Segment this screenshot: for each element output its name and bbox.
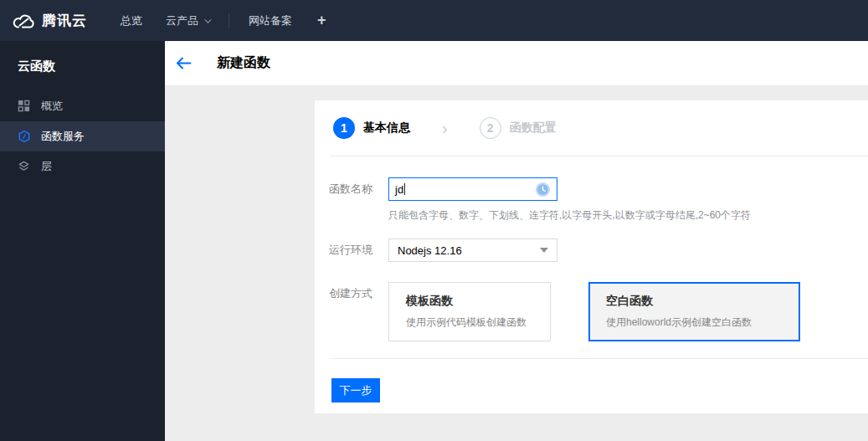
runtime-row: 运行环境 Nodejs 12.16: [329, 238, 868, 262]
sidebar-item-overview[interactable]: 概览: [0, 91, 165, 121]
method-card-desc: 使用helloworld示例创建空白函数: [606, 315, 799, 330]
sidebar-item-label: 层: [41, 159, 52, 174]
runtime-value: Nodejs 12.16: [398, 244, 462, 257]
scf-hexagon-icon: [18, 130, 31, 143]
runtime-select[interactable]: Nodejs 12.16: [388, 238, 557, 262]
method-card-title: 空白函数: [606, 294, 799, 309]
step-2-circle: 2: [480, 117, 501, 139]
arrow-left-icon: [176, 57, 192, 69]
function-name-row: 函数名称 jd 只能包含字母、数字、下划线、连字符,以字母开头,以数字或字母结尾…: [329, 177, 868, 223]
tencent-cloud-logo-icon: [12, 13, 34, 29]
step-indicator: 1 基本信息 › 2 函数配置: [315, 100, 868, 156]
add-nav-tab-button[interactable]: +: [304, 0, 340, 41]
creation-method-label: 创建方式: [329, 282, 388, 341]
validating-clock-icon: [535, 182, 551, 197]
runtime-label: 运行环境: [329, 238, 388, 262]
basic-info-form: 函数名称 jd 只能包含字母、数字、下划线、连字符,以字母开头,以数字或字母结尾…: [315, 156, 868, 341]
card-footer: 下一步: [315, 359, 868, 403]
brand-name: 腾讯云: [42, 11, 87, 30]
sidebar-item-layers[interactable]: 层: [0, 151, 165, 182]
sidebar-item-function-service[interactable]: 函数服务: [0, 121, 165, 151]
brand[interactable]: 腾讯云: [12, 11, 87, 30]
page-header: 新建函数: [165, 41, 868, 86]
method-card-desc: 使用示例代码模板创建函数: [406, 315, 550, 330]
back-button[interactable]: [176, 57, 192, 69]
step-1-label: 基本信息: [363, 121, 410, 136]
sidebar-item-label: 概览: [41, 99, 63, 114]
next-step-button[interactable]: 下一步: [331, 378, 380, 403]
function-name-label: 函数名称: [329, 177, 388, 223]
dropdown-triangle-icon: [540, 248, 548, 253]
function-name-value: jd: [395, 183, 403, 196]
chevron-right-icon: ›: [442, 120, 448, 136]
function-name-help: 只能包含字母、数字、下划线、连字符,以字母开头,以数字或字母结尾,2~60个字符: [388, 208, 751, 223]
step-2-label: 函数配置: [510, 121, 557, 136]
sidebar-title: 云函数: [0, 41, 165, 91]
function-name-input[interactable]: jd: [388, 177, 557, 201]
grid-icon: [18, 100, 31, 113]
page-title: 新建函数: [217, 54, 270, 72]
nav-item-cloud-products[interactable]: 云产品: [154, 0, 221, 41]
text-cursor: [404, 183, 405, 195]
method-card-title: 模板函数: [406, 294, 550, 309]
step-1-circle: 1: [333, 117, 355, 139]
nav-item-cloud-products-label: 云产品: [166, 13, 198, 28]
creation-method-row: 创建方式 模板函数 使用示例代码模板创建函数 空白函数 使用helloworld…: [329, 282, 868, 341]
nav-divider: [229, 13, 229, 28]
nav-item-icp-filing[interactable]: 网站备案: [237, 0, 304, 41]
sidebar-item-label: 函数服务: [41, 129, 85, 144]
chevron-down-icon: [204, 16, 211, 23]
nav-item-overview[interactable]: 总览: [109, 0, 154, 41]
top-nav: 腾讯云 总览 云产品 网站备案 +: [0, 0, 868, 41]
method-card-template-function[interactable]: 模板函数 使用示例代码模板创建函数: [388, 282, 551, 341]
nav-menu: 总览 云产品 网站备案 +: [109, 0, 340, 41]
create-function-card: 1 基本信息 › 2 函数配置 函数名称 jd: [315, 100, 868, 413]
sidebar: 云函数 概览 函数服务 层: [0, 41, 165, 441]
method-card-blank-function[interactable]: 空白函数 使用helloworld示例创建空白函数: [588, 282, 800, 341]
layers-icon: [18, 160, 31, 173]
